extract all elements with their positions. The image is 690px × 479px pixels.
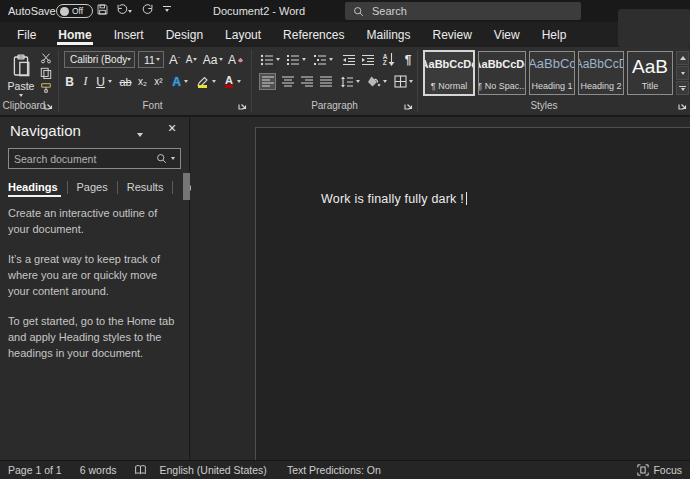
shading-button[interactable] (365, 73, 389, 90)
scissors-icon (40, 52, 52, 64)
format-painter-button[interactable] (38, 81, 54, 95)
clipboard-dialog-launcher[interactable] (44, 101, 54, 111)
increase-indent-icon (361, 54, 375, 66)
increase-indent-button[interactable] (359, 51, 377, 68)
font-color-button[interactable]: A (221, 72, 243, 91)
style-no-spacing[interactable]: AaBbCcDc ¶ No Spac... (478, 51, 526, 95)
clear-formatting-button[interactable]: A (227, 51, 245, 68)
group-separator (251, 50, 252, 112)
navigation-pane-options-button[interactable] (137, 127, 143, 139)
tab-mailings[interactable]: Mailings (355, 22, 421, 47)
paste-dropdown-icon (19, 94, 23, 97)
text-effects-button[interactable]: A (169, 72, 191, 91)
superscript-button[interactable]: x² (151, 72, 166, 91)
show-hide-formatting-button[interactable]: ¶ (401, 51, 415, 68)
text-predictions-indicator[interactable]: Text Predictions: On (282, 461, 386, 479)
group-separator (58, 50, 59, 112)
align-center-icon (282, 76, 294, 87)
styles-gallery-more-button[interactable] (676, 81, 689, 95)
navigation-search-input[interactable] (14, 153, 156, 165)
navigation-help-paragraph: Create an interactive outline of your do… (8, 205, 180, 237)
tab-review[interactable]: Review (421, 22, 482, 47)
focus-mode-button[interactable]: Focus (632, 464, 690, 476)
line-spacing-dropdown-icon (356, 80, 360, 83)
bold-button[interactable]: B (62, 72, 77, 91)
redo-button[interactable] (139, 0, 157, 18)
tab-layout[interactable]: Layout (214, 22, 272, 47)
borders-button[interactable] (391, 73, 415, 90)
font-group-label: Font (60, 100, 245, 111)
style-heading-1[interactable]: AaBbCc Heading 1 (529, 51, 575, 95)
language-indicator[interactable]: English (United States) (154, 461, 271, 479)
copy-button[interactable] (38, 66, 54, 80)
decrease-indent-button[interactable] (340, 51, 358, 68)
italic-button[interactable]: I (79, 72, 92, 91)
text-highlight-button[interactable] (194, 72, 218, 91)
tab-insert[interactable]: Insert (103, 22, 155, 47)
nav-tab-headings[interactable]: Headings (8, 181, 67, 193)
navigation-tabs-scroll-button[interactable] (183, 173, 190, 200)
grow-font-button[interactable]: Aˆ (167, 51, 182, 68)
nav-tab-pages[interactable]: Pages (68, 181, 117, 193)
save-button[interactable] (93, 0, 111, 18)
styles-group-label: Styles (419, 100, 669, 111)
font-dialog-launcher[interactable] (238, 101, 248, 111)
styles-gallery-down-button[interactable] (676, 66, 689, 80)
autosave-toggle[interactable]: Off (56, 0, 93, 22)
proofing-book-icon (134, 464, 147, 476)
styles-dialog-launcher[interactable] (678, 101, 688, 111)
highlight-pen-icon (196, 75, 209, 89)
autosave-knob (60, 7, 69, 16)
multilevel-list-button[interactable] (310, 51, 336, 68)
navigation-pane: Navigation × Headings Pages Results Foll… (0, 117, 190, 460)
styles-gallery-up-button[interactable] (676, 51, 689, 65)
save-icon (96, 3, 109, 16)
subscript-button[interactable]: x₂ (135, 72, 150, 91)
strikethrough-button[interactable]: ab (117, 72, 134, 91)
document-page[interactable]: Work is finally fully dark ! (255, 127, 690, 461)
align-left-button[interactable] (259, 73, 276, 90)
tab-design[interactable]: Design (155, 22, 214, 47)
navigation-search-box[interactable] (8, 148, 181, 169)
nav-tab-results[interactable]: Results (118, 181, 173, 193)
search-box[interactable] (345, 2, 581, 20)
autosave-state: Off (72, 6, 83, 16)
tab-help[interactable]: Help (531, 22, 578, 47)
tab-home[interactable]: Home (47, 22, 102, 47)
undo-icon (115, 2, 129, 16)
justify-button[interactable] (317, 73, 334, 90)
customize-quick-access-toolbar-button[interactable] (158, 0, 176, 18)
sort-button[interactable]: AZ (379, 51, 399, 68)
line-spacing-button[interactable] (338, 73, 362, 90)
change-case-button[interactable]: Aa (202, 51, 224, 68)
proofing-button[interactable] (129, 461, 152, 479)
document-text[interactable]: Work is finally fully dark ! (321, 192, 467, 206)
undo-dropdown[interactable] (128, 0, 132, 22)
word-count[interactable]: 6 words (75, 461, 122, 479)
tab-view[interactable]: View (483, 22, 531, 47)
shrink-font-button[interactable]: A (184, 51, 199, 68)
page-indicator[interactable]: Page 1 of 1 (0, 461, 67, 479)
font-name-combobox[interactable]: Calibri (Body) (64, 51, 135, 68)
paragraph-dialog-launcher[interactable] (404, 101, 414, 111)
navigation-search-icon (156, 153, 167, 164)
bullets-button[interactable] (258, 51, 282, 68)
font-size-combobox[interactable]: 11 (138, 51, 164, 68)
tab-file[interactable]: File (6, 22, 47, 47)
tab-references[interactable]: References (272, 22, 355, 47)
align-right-button[interactable] (298, 73, 315, 90)
ribbon-tab-row: File Home Insert Design Layout Reference… (0, 22, 690, 47)
style-title[interactable]: AaB Title (627, 51, 673, 95)
text-cursor (466, 192, 467, 205)
group-separator (417, 50, 418, 112)
align-center-button[interactable] (279, 73, 296, 90)
underline-button[interactable]: U (93, 72, 115, 91)
search-input[interactable] (372, 5, 542, 17)
cut-button[interactable] (38, 51, 54, 65)
style-heading-2[interactable]: AaBbCcD Heading 2 (578, 51, 624, 95)
navigation-pane-close-button[interactable]: × (168, 120, 176, 136)
navigation-help-text: Create an interactive outline of your do… (8, 205, 180, 375)
numbering-button[interactable] (284, 51, 308, 68)
paste-button[interactable]: Paste (6, 50, 36, 100)
style-normal[interactable]: AaBbCcDc ¶ Normal (424, 51, 474, 95)
